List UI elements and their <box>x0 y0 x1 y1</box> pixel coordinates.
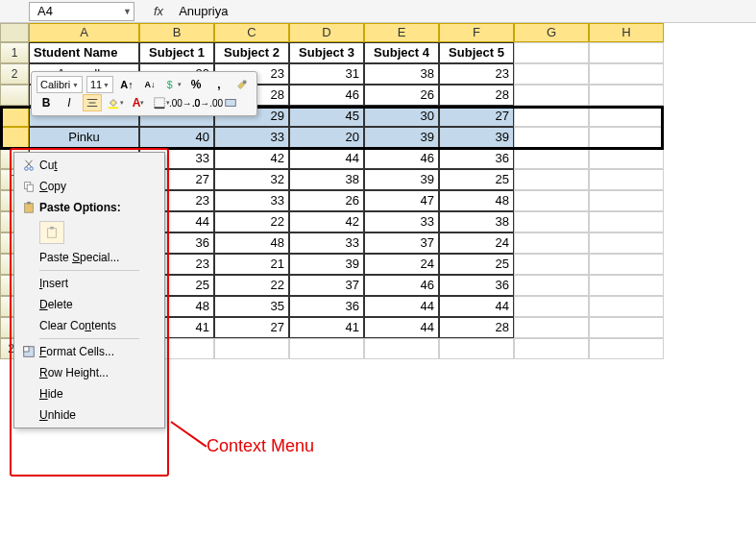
font-selector[interactable]: Calibri▼ <box>37 76 83 93</box>
decrease-decimal-button[interactable]: .0→.00 <box>198 94 217 111</box>
empty-cell[interactable] <box>514 232 589 254</box>
empty-cell[interactable] <box>514 190 589 211</box>
menu-copy[interactable]: Copy <box>14 176 164 197</box>
data-cell[interactable]: 39 <box>289 254 364 275</box>
data-cell[interactable]: 32 <box>214 169 289 190</box>
data-cell[interactable]: 33 <box>364 211 439 232</box>
empty-cell[interactable] <box>214 338 289 359</box>
data-cell[interactable]: 20 <box>289 127 364 148</box>
column-header[interactable]: G <box>514 23 589 42</box>
dropdown-icon[interactable]: ▼ <box>123 7 132 16</box>
format-painter-button[interactable] <box>232 76 252 93</box>
empty-cell[interactable] <box>589 211 664 232</box>
font-size-selector[interactable]: 11▼ <box>86 76 113 93</box>
data-cell[interactable]: 44 <box>439 296 514 317</box>
menu-hide[interactable]: Hide <box>14 383 164 404</box>
menu-clear-contents[interactable]: Clear Contents <box>14 315 164 336</box>
row-header[interactable] <box>0 85 29 106</box>
shrink-font-button[interactable]: A↓ <box>140 76 159 93</box>
column-header[interactable]: B <box>139 23 214 42</box>
column-header[interactable]: F <box>439 23 514 42</box>
data-cell[interactable]: 28 <box>439 317 514 338</box>
empty-cell[interactable] <box>289 338 364 359</box>
header-cell[interactable]: Subject 3 <box>289 42 364 63</box>
empty-cell[interactable] <box>514 106 589 127</box>
empty-cell[interactable] <box>589 42 664 63</box>
italic-button[interactable]: I <box>60 94 79 111</box>
empty-cell[interactable] <box>364 338 439 359</box>
menu-insert[interactable]: Insert <box>14 273 164 294</box>
data-cell[interactable]: 21 <box>214 254 289 275</box>
data-cell[interactable]: 46 <box>289 85 364 106</box>
data-cell[interactable]: 44 <box>289 148 364 169</box>
context-menu[interactable]: Cut Copy Paste Options: Paste Special...… <box>13 152 165 428</box>
row-header[interactable]: 2 <box>0 63 29 85</box>
empty-cell[interactable] <box>589 232 664 254</box>
data-cell[interactable]: 48 <box>214 232 289 254</box>
formula-value[interactable]: Anupriya <box>169 4 228 18</box>
fx-icon[interactable]: fx <box>154 4 163 18</box>
data-cell[interactable]: 40 <box>139 127 214 148</box>
paste-default-button[interactable] <box>39 221 64 244</box>
empty-cell[interactable] <box>514 296 589 317</box>
data-cell[interactable]: 24 <box>439 232 514 254</box>
data-cell[interactable]: 38 <box>439 211 514 232</box>
column-header[interactable]: D <box>289 23 364 42</box>
empty-cell[interactable] <box>514 338 589 359</box>
column-header[interactable]: A <box>29 23 139 42</box>
empty-cell[interactable] <box>514 317 589 338</box>
data-cell[interactable]: 31 <box>289 63 364 85</box>
menu-row-height[interactable]: Row Height... <box>14 362 164 383</box>
row-header[interactable]: 1 <box>0 42 29 63</box>
grow-font-button[interactable]: A↑ <box>117 76 136 93</box>
data-cell[interactable]: 48 <box>439 190 514 211</box>
data-cell[interactable]: 41 <box>289 317 364 338</box>
header-cell[interactable]: Subject 4 <box>364 42 439 63</box>
data-cell[interactable]: 39 <box>364 127 439 148</box>
accounting-format-button[interactable]: $▾ <box>163 76 183 93</box>
font-color-button[interactable]: A▾ <box>129 94 148 111</box>
empty-cell[interactable] <box>589 296 664 317</box>
data-cell[interactable]: 44 <box>364 317 439 338</box>
column-header[interactable]: E <box>364 23 439 42</box>
empty-cell[interactable] <box>514 169 589 190</box>
header-cell[interactable]: Student Name <box>29 42 139 63</box>
data-cell[interactable]: 37 <box>289 275 364 296</box>
menu-format-cells[interactable]: Format Cells... <box>14 341 164 362</box>
column-header[interactable]: C <box>214 23 289 42</box>
center-align-button[interactable] <box>83 94 102 111</box>
empty-cell[interactable] <box>589 85 664 106</box>
empty-cell[interactable] <box>514 148 589 169</box>
data-cell[interactable]: 30 <box>364 106 439 127</box>
header-cell[interactable]: Subject 5 <box>439 42 514 63</box>
percent-button[interactable]: % <box>186 76 206 93</box>
empty-cell[interactable] <box>589 254 664 275</box>
data-cell[interactable]: 33 <box>214 127 289 148</box>
empty-cell[interactable] <box>589 148 664 169</box>
data-cell[interactable]: 36 <box>439 275 514 296</box>
data-cell[interactable]: 47 <box>364 190 439 211</box>
bold-button[interactable]: B <box>37 94 56 111</box>
empty-cell[interactable] <box>589 275 664 296</box>
menu-paste-special[interactable]: Paste Special... <box>14 247 164 268</box>
empty-cell[interactable] <box>589 338 664 359</box>
data-cell[interactable]: 38 <box>364 63 439 85</box>
menu-cut[interactable]: Cut <box>14 155 164 176</box>
data-cell[interactable]: 37 <box>364 232 439 254</box>
data-cell[interactable]: 27 <box>439 106 514 127</box>
empty-cell[interactable] <box>514 127 589 148</box>
data-cell[interactable]: 35 <box>214 296 289 317</box>
empty-cell[interactable] <box>514 42 589 63</box>
empty-cell[interactable] <box>514 85 589 106</box>
data-cell[interactable]: 26 <box>364 85 439 106</box>
data-cell[interactable]: 22 <box>214 211 289 232</box>
data-cell[interactable]: 36 <box>289 296 364 317</box>
data-cell[interactable]: 42 <box>214 148 289 169</box>
data-cell[interactable]: 27 <box>214 317 289 338</box>
empty-cell[interactable] <box>514 211 589 232</box>
data-cell[interactable]: Pinku <box>29 127 139 148</box>
empty-cell[interactable] <box>589 317 664 338</box>
select-all-corner[interactable] <box>0 23 29 42</box>
comma-style-button[interactable]: , <box>209 76 229 93</box>
empty-cell[interactable] <box>514 63 589 85</box>
